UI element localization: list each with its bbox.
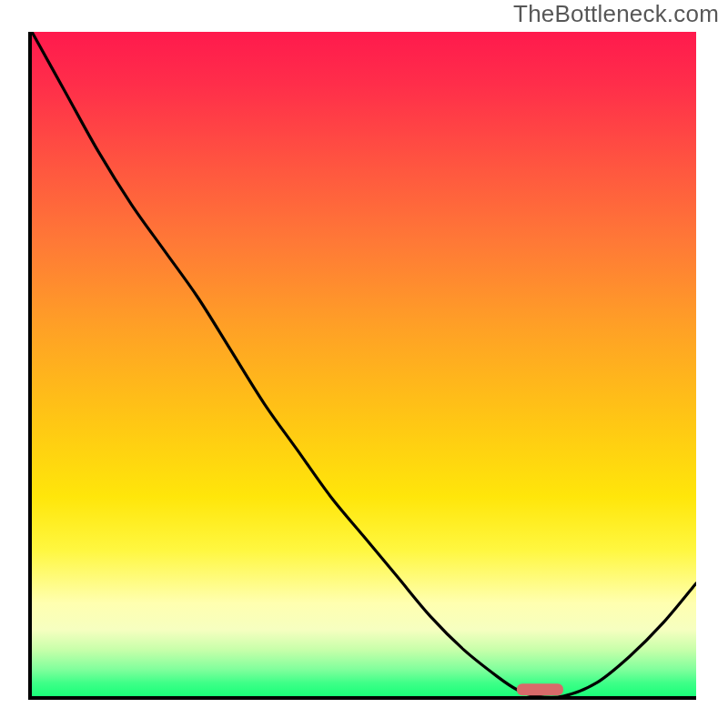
chart-marker xyxy=(517,683,563,695)
chart-plot-area xyxy=(32,32,696,696)
x-axis xyxy=(32,696,696,700)
chart-container: TheBottleneck.com xyxy=(0,0,728,728)
chart-line xyxy=(32,32,696,696)
watermark-text: TheBottleneck.com xyxy=(513,0,719,28)
